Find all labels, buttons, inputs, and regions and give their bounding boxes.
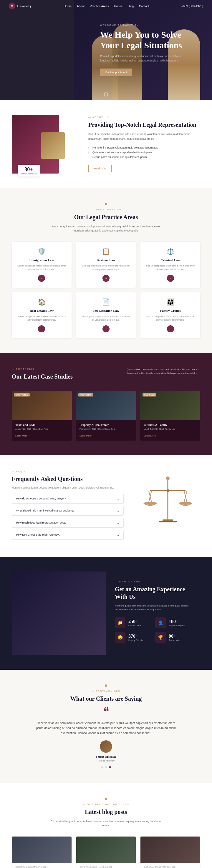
practice-link-5[interactable]: → [167,325,174,332]
about-tag: — ABOUT US [88,116,200,119]
faq-title: Frequently Asked Questions [12,475,124,483]
blog-body-0: GENERAL CASES | Month 0, 2024 Mauris ali… [12,863,71,868]
practice-desc-2: Sed ut perspiciatis unde omnis iste natu… [145,264,195,271]
nav-blog[interactable]: Blog [128,5,134,8]
testimonial-author: Fergot Orschlag Retired Attorney [12,740,200,762]
practice-link-4[interactable]: → [102,325,110,332]
stat-info-3: 90+ Award Wins [169,633,181,642]
nav-about[interactable]: About [77,5,85,8]
about-list-item-1: Nemo enim ipsam voluptatem quia voluptas… [88,145,200,150]
faq-description: Nuntrum quibusdam praesens voluptatem al… [12,486,124,489]
about-stat: 30+ Years Experience [18,165,40,177]
faq-item-0[interactable]: How do I choose a personal injury lawyer… [12,494,124,503]
case-link-1[interactable]: Learn More → [80,434,94,437]
nav-contact[interactable]: Contact [139,5,149,8]
blog-tag: — OUR BLOG AND ARTICLES [12,803,200,806]
hero-section: WELCOME TO LAWIVITY We Help You to Solve… [0,0,212,100]
svg-rect-19 [12,628,106,649]
logo-icon: ⚖ [9,3,15,9]
faq-arrow-1: ⌄ [117,509,119,513]
case-meta-2: March 5, 2023 | Client: Family Law [144,428,197,430]
testimonials-title: What our Clients are Saying [12,695,200,703]
hero-cta-button[interactable]: Book Appointment [100,68,132,76]
navigation: ⚖ Lawivity Home About Practice Areas Pag… [0,0,212,12]
dot-3[interactable] [109,766,111,768]
svg-rect-10 [159,521,177,522]
faq-list: How do I choose a personal injury lawyer… [12,494,124,540]
stat-icon-3: 🏆 [155,632,166,643]
blog-dot [105,798,107,800]
blog-image-2 [141,837,200,863]
stat-number-2: 370+ [128,633,143,639]
about-list-item-3: Neque porro quisquam est, qui dolorem ip… [88,155,200,159]
testimonials-dot [105,684,107,687]
dot-2[interactable] [105,766,107,768]
about-section: 30+ Years Experience — ABOUT US Providin… [0,100,212,188]
blog-card-2: GENERAL CASES | Month 0, 2024 Dolore eos… [141,837,200,868]
case-title-0: Taxes and Civil [15,423,68,427]
testimonial-quote: Receive vitae dui sem iaculis laoreet el… [35,721,177,736]
practice-desc-0: Sed ut perspiciatis unde omnis iste natu… [17,264,67,271]
why-people-svg [12,571,106,654]
practice-link-3[interactable]: → [38,325,45,332]
faq-item-2[interactable]: How much does legal representation cost?… [12,518,124,528]
about-readmore-button[interactable]: Read More [88,165,112,173]
blog-card-1: GENERAL CASES | Month 0, 2024 Eiusmod te… [76,837,136,868]
practice-name-4: Tax Litigation Law [81,309,131,312]
stat-label: Years Experience [21,173,37,175]
svg-point-15 [47,610,71,644]
nav-phone: +689 (389-4323) [181,5,203,8]
practice-link-1[interactable]: → [102,275,110,282]
nav-pages[interactable]: Pages [114,5,122,8]
case-link-0[interactable]: Learn More → [15,434,30,437]
faq-section: — FAQ'S Frequently Asked Questions Nuntr… [0,455,212,557]
case-card-0: LAW NOTES Taxes and Civil January 22, 20… [12,391,72,441]
practice-title: Our Legal Practice Areas [12,213,200,221]
dot-1[interactable] [101,766,103,768]
stat-item-0: 📁 250+ Cases Done [115,617,151,628]
testimonials-tag: — TESTIMONIALS [12,690,200,692]
case-image-0: LAW NOTES [12,391,72,420]
practice-tag: — OUR EXPERTISE [12,208,200,211]
practice-name-3: Real Estates Law [17,309,67,312]
about-title: Providing Top-Notch Legal Representation [88,121,200,128]
practice-card-0: 🛡️ Immigration Law Sed ut perspiciatis u… [12,242,71,288]
nav-practice[interactable]: Practice Areas [90,5,109,8]
faq-arrow-2: ⌄ [117,521,119,524]
practice-desc-5: Sed ut perspiciatis unde omnis iste natu… [145,315,195,322]
stat-item-1: 👤 180+ Expert Lawyers [155,617,191,628]
svg-point-1 [166,476,170,480]
faq-item-3[interactable]: How Do I Choose the Right Attorney? ⌄ [12,530,124,540]
practice-link-0[interactable]: → [38,275,45,282]
practice-description: Nuntrum quibusdam praesens voluptatem al… [47,224,165,233]
why-tag: — WHO WE ARE [115,580,191,583]
case-meta-0: January 22, 2023 | Client: Law Firm [15,428,68,430]
blog-title: Latest blog posts [12,808,200,816]
logo-text: Lawivity [17,4,31,8]
case-link-2[interactable]: Learn More → [144,434,159,437]
faq-question-3: How Do I Choose the Right Attorney? [16,533,60,536]
case-body-0: Taxes and Civil January 22, 2023 | Clien… [12,420,72,441]
stat-label-3: Award Wins [169,639,181,642]
cases-title-block: — PORTFOLIO Our Latest Case Studies [12,368,73,384]
svg-rect-20 [17,631,101,633]
svg-point-11 [166,489,169,492]
faq-item-1[interactable]: What should I do if I'm involved in a ca… [12,506,124,516]
svg-point-16 [53,601,65,614]
practice-link-2[interactable]: → [167,275,174,282]
stats-grid: 📁 250+ Cases Done 👤 180+ Expert Lawyers … [115,617,191,643]
hero-content: WELCOME TO LAWIVITY We Help You to Solve… [88,24,212,76]
nav-logo[interactable]: ⚖ Lawivity [9,3,31,9]
svg-point-17 [74,613,95,644]
hero-tag: WELCOME TO LAWIVITY [100,24,200,27]
practice-card-4: 📄 Tax Litigation Law Sed ut perspiciatis… [76,292,136,338]
blog-description: Eu tincidunt torquent per conubia nostra… [47,819,165,828]
section-divider [105,203,107,205]
practice-card-5: 👨‍👩‍👧 Family Crimes Sed ut perspiciatis … [141,292,200,338]
hero-scroll-indicator [104,92,108,96]
faq-content: — FAQ'S Frequently Asked Questions Nuntr… [12,470,124,542]
nav-home[interactable]: Home [64,5,71,8]
blog-body-2: GENERAL CASES | Month 0, 2024 Dolore eos… [141,863,200,868]
case-image-1: PROPERTY [76,391,136,420]
cases-tag: — PORTFOLIO [12,368,73,370]
